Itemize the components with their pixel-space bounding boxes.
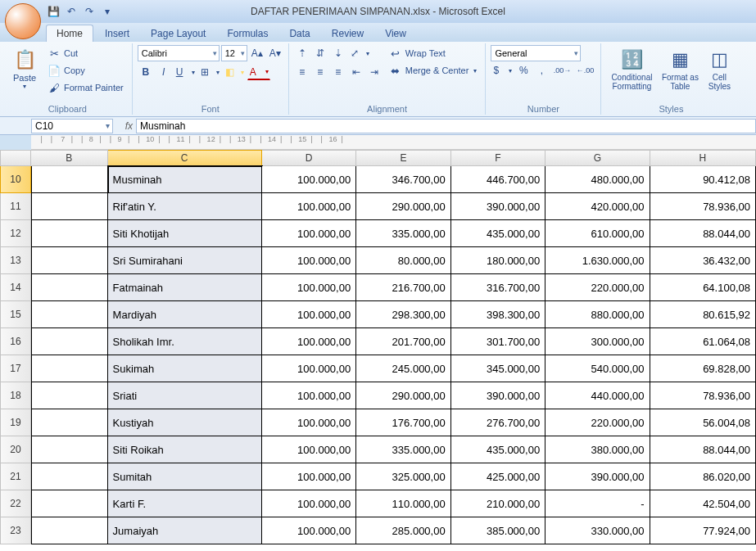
number-format-combo[interactable]: General <box>491 45 581 61</box>
row-header-18[interactable]: 18 <box>0 382 31 409</box>
cell[interactable]: 77.924,00 <box>650 517 756 544</box>
cell[interactable]: 100.000,00 <box>262 409 356 436</box>
cell[interactable]: 390.000,00 <box>451 193 545 220</box>
cell[interactable]: 100.000,00 <box>262 166 356 193</box>
cell[interactable]: 100.000,00 <box>262 220 356 247</box>
cell[interactable] <box>31 220 108 247</box>
fx-icon[interactable]: fx <box>116 120 136 132</box>
row-header-23[interactable]: 23 <box>0 517 31 544</box>
cell[interactable]: 90.412,08 <box>650 166 756 193</box>
row-header-14[interactable]: 14 <box>0 274 31 301</box>
cell[interactable]: 100.000,00 <box>262 517 356 544</box>
cell[interactable] <box>31 409 108 436</box>
cell[interactable]: 100.000,00 <box>262 301 356 328</box>
row-header-10[interactable]: 10 <box>0 166 31 193</box>
bold-button[interactable]: B <box>138 64 154 80</box>
cell[interactable] <box>31 436 108 463</box>
cell[interactable]: 100.000,00 <box>262 490 356 517</box>
cell[interactable]: 216.700,00 <box>356 274 450 301</box>
increase-decimal-button[interactable]: .00→ <box>551 62 573 79</box>
cell[interactable]: 100.000,00 <box>262 382 356 409</box>
grow-font-button[interactable]: A▴ <box>249 45 265 61</box>
cell[interactable]: 398.300,00 <box>451 301 545 328</box>
cell[interactable]: 330.000,00 <box>545 517 650 544</box>
cell[interactable]: 100.000,00 <box>262 247 356 274</box>
paste-button[interactable]: 📋 Paste ▾ <box>8 45 41 103</box>
tab-insert[interactable]: Insert <box>95 25 139 42</box>
cell[interactable]: 88.044,00 <box>650 220 756 247</box>
cell[interactable]: 245.000,00 <box>356 355 450 382</box>
cell[interactable]: 36.432,00 <box>650 247 756 274</box>
cell[interactable]: 300.000,00 <box>545 328 650 355</box>
cell[interactable]: 435.000,00 <box>451 436 545 463</box>
cut-button[interactable]: ✂Cut <box>44 45 127 61</box>
wrap-text-button[interactable]: ↩Wrap Text <box>386 45 481 61</box>
align-left-button[interactable]: ≡ <box>294 64 310 80</box>
cell[interactable]: Mardiyah <box>108 301 262 328</box>
cell[interactable] <box>31 193 108 220</box>
font-size-combo[interactable]: 12 <box>221 45 247 61</box>
column-header-D[interactable]: D <box>262 150 356 166</box>
cell[interactable]: 316.700,00 <box>451 274 545 301</box>
column-header-H[interactable]: H <box>650 150 756 166</box>
cell[interactable]: 390.000,00 <box>545 463 650 490</box>
cell[interactable]: 346.700,00 <box>356 166 450 193</box>
cell[interactable]: Siti Khotijah <box>108 220 262 247</box>
cell[interactable]: 380.000,00 <box>545 436 650 463</box>
tab-review[interactable]: Review <box>322 25 373 42</box>
row-header-20[interactable]: 20 <box>0 436 31 463</box>
italic-button[interactable]: I <box>156 64 172 80</box>
cell[interactable] <box>31 166 108 193</box>
cell[interactable]: Sumitah <box>108 463 262 490</box>
underline-button[interactable]: U <box>174 64 197 80</box>
font-color-button[interactable]: A <box>247 64 270 80</box>
cell[interactable]: 100.000,00 <box>262 355 356 382</box>
tab-page-layout[interactable]: Page Layout <box>141 25 215 42</box>
row-header-17[interactable]: 17 <box>0 355 31 382</box>
shrink-font-button[interactable]: A▾ <box>267 45 283 61</box>
font-name-combo[interactable]: Calibri <box>138 45 220 61</box>
cell[interactable]: 290.000,00 <box>356 193 450 220</box>
cell[interactable]: 425.000,00 <box>451 463 545 490</box>
cell[interactable]: 335.000,00 <box>356 220 450 247</box>
tab-formulas[interactable]: Formulas <box>217 25 278 42</box>
increase-indent-button[interactable]: ⇥ <box>366 64 383 80</box>
cell[interactable]: Sukimah <box>108 355 262 382</box>
cell[interactable]: Karti F. <box>108 490 262 517</box>
cell[interactable]: 42.504,00 <box>650 490 756 517</box>
copy-button[interactable]: 📄Copy <box>44 62 127 79</box>
cell[interactable]: 100.000,00 <box>262 274 356 301</box>
column-header-E[interactable]: E <box>356 150 450 166</box>
cell[interactable]: Jumaiyah <box>108 517 262 544</box>
cell[interactable]: 86.020,00 <box>650 463 756 490</box>
cell[interactable] <box>31 274 108 301</box>
cell[interactable]: 325.000,00 <box>356 463 450 490</box>
cell[interactable]: Sriati <box>108 382 262 409</box>
percent-button[interactable]: % <box>515 62 532 79</box>
cell[interactable]: 446.700,00 <box>451 166 545 193</box>
tab-data[interactable]: Data <box>279 25 319 42</box>
cell[interactable]: Siti Roikah <box>108 436 262 463</box>
cell[interactable]: 180.000,00 <box>451 247 545 274</box>
cell[interactable]: Musminah <box>108 166 262 193</box>
cell[interactable]: 276.700,00 <box>451 409 545 436</box>
align-center-button[interactable]: ≡ <box>312 64 328 80</box>
format-painter-button[interactable]: 🖌Format Painter <box>44 79 127 96</box>
row-header-21[interactable]: 21 <box>0 463 31 490</box>
comma-button[interactable]: , <box>533 62 550 79</box>
cell[interactable] <box>31 517 108 544</box>
cell[interactable]: 610.000,00 <box>545 220 650 247</box>
cell[interactable]: 480.000,00 <box>545 166 650 193</box>
currency-button[interactable]: $ <box>491 62 514 79</box>
cell[interactable]: 540.000,00 <box>545 355 650 382</box>
align-right-button[interactable]: ≡ <box>330 64 346 80</box>
cell[interactable]: 345.000,00 <box>451 355 545 382</box>
tab-home[interactable]: Home <box>46 25 93 42</box>
cell[interactable]: Kustiyah <box>108 409 262 436</box>
cell[interactable]: Sholikah Imr. <box>108 328 262 355</box>
column-header-F[interactable]: F <box>451 150 545 166</box>
cell[interactable]: 285.000,00 <box>356 517 450 544</box>
cell[interactable]: - <box>545 490 650 517</box>
cell[interactable]: 210.000,00 <box>451 490 545 517</box>
align-bottom-button[interactable]: ⇣ <box>330 45 346 61</box>
